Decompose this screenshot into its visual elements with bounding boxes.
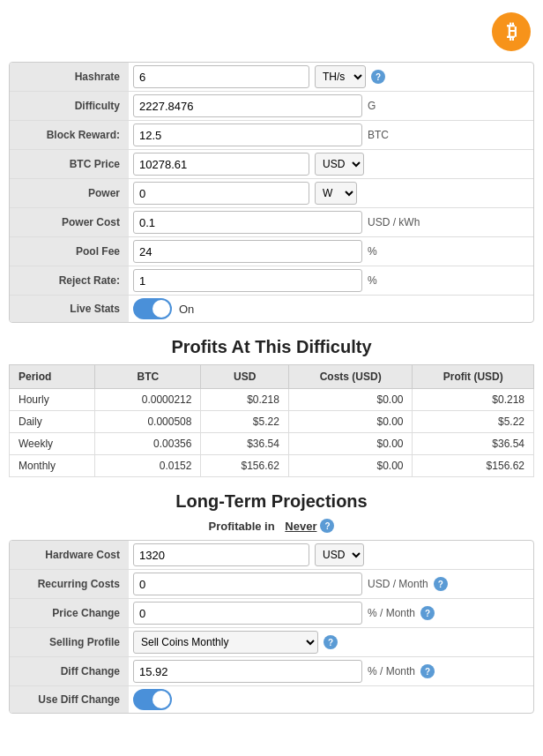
- reject-rate-unit: %: [368, 274, 377, 287]
- profitable-line: Profitable in Never ?: [9, 519, 534, 533]
- profits-cell-profit: $0.218: [413, 389, 534, 411]
- profits-cell-usd: $156.62: [201, 455, 288, 477]
- power-cost-input[interactable]: [133, 211, 362, 234]
- power-input-area: WkW: [129, 179, 533, 207]
- profits-cell-period: Hourly: [10, 389, 95, 411]
- price-change-label: Price Change: [10, 599, 129, 627]
- power-cost-unit: USD / kWh: [368, 216, 420, 228]
- btc-price-input-area: USDEURGBP: [129, 150, 533, 178]
- longterm-title: Long-Term Projections: [9, 491, 534, 512]
- price-change-input[interactable]: [133, 602, 362, 625]
- live-stats-toggle[interactable]: [133, 298, 172, 319]
- use-diff-change-toggle[interactable]: [133, 689, 172, 710]
- selling-profile-select[interactable]: Sell Coins Monthly Hold Coins Sell Daily: [133, 631, 318, 654]
- pool-fee-label: Pool Fee: [10, 237, 129, 266]
- profits-cell-btc: 0.0152: [95, 455, 201, 477]
- hashrate-unit-select[interactable]: TH/sGH/sMH/s: [315, 65, 366, 88]
- block-reward-label: Block Reward:: [10, 121, 129, 149]
- profits-title: Profits At This Difficulty: [9, 337, 534, 357]
- difficulty-label: Difficulty: [10, 92, 129, 120]
- table-row: Hourly0.0000212$0.218$0.00$0.218: [10, 389, 534, 411]
- profits-cell-usd: $5.22: [201, 411, 288, 433]
- table-row: Daily0.000508$5.22$0.00$5.22: [10, 411, 534, 433]
- profitable-value: Never: [285, 520, 316, 533]
- recurring-costs-row: Recurring Costs USD / Month ?: [10, 570, 533, 599]
- hardware-cost-input[interactable]: [133, 543, 309, 566]
- power-unit-select[interactable]: WkW: [315, 182, 357, 205]
- recurring-costs-input[interactable]: [133, 573, 362, 595]
- hardware-cost-row: Hardware Cost USDEUR: [10, 541, 533, 570]
- col-usd: USD: [201, 365, 288, 389]
- difficulty-input-area: G: [129, 92, 533, 120]
- profits-section: Profits At This Difficulty Period BTC US…: [9, 337, 534, 477]
- profits-cell-profit: $36.54: [413, 433, 534, 455]
- price-change-help-icon[interactable]: ?: [420, 606, 435, 620]
- live-stats-toggle-label: On: [179, 303, 194, 316]
- block-reward-row: Block Reward: BTC: [10, 121, 533, 150]
- longterm-section: Long-Term Projections Profitable in Neve…: [9, 491, 534, 714]
- col-btc: BTC: [95, 365, 201, 389]
- price-change-input-area: % / Month ?: [129, 599, 533, 627]
- calculator-form: Hashrate TH/sGH/sMH/s ? Difficulty G Blo…: [9, 62, 534, 323]
- btc-price-input[interactable]: [133, 153, 309, 176]
- difficulty-input[interactable]: [133, 94, 362, 117]
- diff-change-label: Diff Change: [10, 657, 129, 685]
- profits-cell-btc: 0.00356: [95, 433, 201, 455]
- hardware-cost-label: Hardware Cost: [10, 541, 129, 569]
- selling-profile-help-icon[interactable]: ?: [324, 635, 338, 649]
- profits-cell-costs: $0.00: [288, 389, 413, 411]
- pool-fee-row: Pool Fee %: [10, 237, 533, 266]
- profits-cell-usd: $36.54: [201, 433, 288, 455]
- diff-change-help-icon[interactable]: ?: [420, 664, 435, 678]
- live-stats-row: Live Stats On: [10, 296, 533, 322]
- pool-fee-input[interactable]: [133, 240, 362, 263]
- hashrate-label: Hashrate: [10, 63, 129, 91]
- price-change-row: Price Change % / Month ?: [10, 599, 533, 628]
- hashrate-help-icon[interactable]: ?: [371, 70, 385, 84]
- difficulty-unit: G: [368, 100, 376, 112]
- profits-table-header-row: Period BTC USD Costs (USD) Profit (USD): [10, 365, 534, 389]
- price-change-unit: % / Month: [368, 607, 415, 619]
- bitcoin-logo: ₿: [492, 12, 531, 51]
- use-diff-change-input-area: [129, 686, 533, 713]
- live-stats-label: Live Stats: [10, 296, 129, 322]
- reject-rate-label: Reject Rate:: [10, 266, 129, 295]
- profits-table: Period BTC USD Costs (USD) Profit (USD) …: [9, 364, 534, 477]
- reject-rate-input[interactable]: [133, 269, 362, 292]
- profits-cell-profit: $5.22: [413, 411, 534, 433]
- difficulty-row: Difficulty G: [10, 92, 533, 121]
- hashrate-row: Hashrate TH/sGH/sMH/s ?: [10, 63, 533, 92]
- block-reward-input[interactable]: [133, 124, 362, 146]
- profits-cell-period: Weekly: [10, 433, 95, 455]
- live-stats-input-area: On: [129, 296, 533, 322]
- profitable-help-icon[interactable]: ?: [320, 519, 334, 533]
- power-cost-input-area: USD / kWh: [129, 208, 533, 236]
- btc-price-label: BTC Price: [10, 150, 129, 178]
- col-costs: Costs (USD): [288, 365, 413, 389]
- profits-cell-period: Monthly: [10, 455, 95, 477]
- hashrate-input-area: TH/sGH/sMH/s ?: [129, 63, 533, 91]
- profits-cell-period: Daily: [10, 411, 95, 433]
- profits-cell-costs: $0.00: [288, 455, 413, 477]
- power-label: Power: [10, 179, 129, 207]
- btc-price-currency-select[interactable]: USDEURGBP: [315, 153, 364, 176]
- selling-profile-label: Selling Profile: [10, 628, 129, 656]
- profits-cell-costs: $0.00: [288, 411, 413, 433]
- profits-cell-btc: 0.000508: [95, 411, 201, 433]
- profits-cell-costs: $0.00: [288, 433, 413, 455]
- recurring-costs-help-icon[interactable]: ?: [434, 577, 448, 591]
- diff-change-unit: % / Month: [368, 665, 415, 677]
- profits-cell-btc: 0.0000212: [95, 389, 201, 411]
- power-row: Power WkW: [10, 179, 533, 208]
- power-input[interactable]: [133, 182, 309, 205]
- btc-price-row: BTC Price USDEURGBP: [10, 150, 533, 179]
- profits-cell-usd: $0.218: [201, 389, 288, 411]
- power-cost-row: Power Cost USD / kWh: [10, 208, 533, 237]
- diff-change-input[interactable]: [133, 660, 362, 683]
- hashrate-input[interactable]: [133, 65, 309, 88]
- block-reward-input-area: BTC: [129, 121, 533, 149]
- recurring-costs-unit: USD / Month: [368, 578, 428, 590]
- selling-profile-row: Selling Profile Sell Coins Monthly Hold …: [10, 628, 533, 657]
- hardware-cost-currency-select[interactable]: USDEUR: [315, 543, 364, 566]
- col-period: Period: [10, 365, 95, 389]
